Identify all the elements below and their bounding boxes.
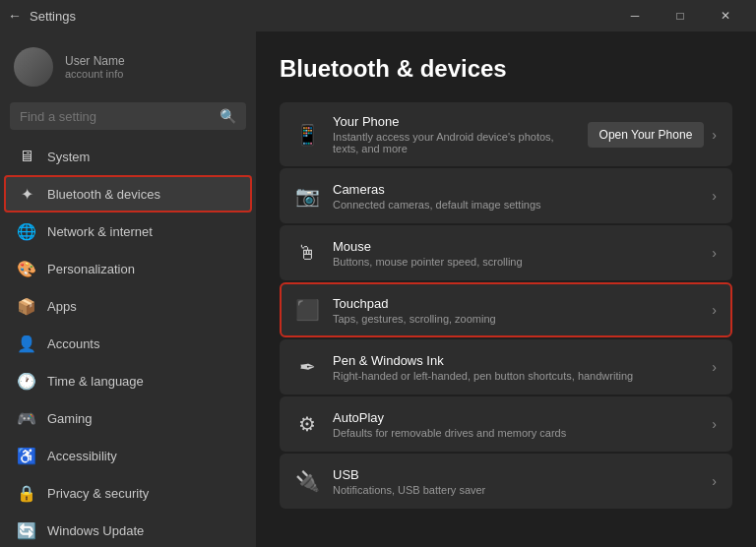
your-phone-text: Your Phone Instantly access your Android… [333, 114, 574, 154]
avatar [14, 47, 53, 87]
system-icon: 🖥 [18, 148, 35, 165]
mouse-title: Mouse [333, 239, 698, 254]
sidebar-item-apps[interactable]: 📦 Apps [4, 287, 252, 325]
settings-item-pen-ink[interactable]: ✒ Pen & Windows Ink Right-handed or left… [280, 339, 732, 395]
touchpad-subtitle: Taps, gestures, scrolling, zooming [333, 313, 698, 325]
mouse-text: Mouse Buttons, mouse pointer speed, scro… [333, 239, 698, 268]
network-icon: 🌐 [18, 222, 35, 240]
mouse-subtitle: Buttons, mouse pointer speed, scrolling [333, 256, 698, 268]
your-phone-title: Your Phone [333, 114, 574, 129]
sidebar-label-apps: Apps [47, 299, 77, 314]
autoplay-title: AutoPlay [333, 410, 698, 425]
autoplay-icon: ⚙ [295, 412, 319, 436]
autoplay-text: AutoPlay Defaults for removable drives a… [333, 410, 698, 439]
pen-ink-title: Pen & Windows Ink [333, 353, 698, 368]
sidebar: User Name account info 🔍 🖥 System ✦ Blue… [0, 31, 256, 547]
cameras-title: Cameras [333, 182, 698, 197]
settings-item-cameras[interactable]: 📷 Cameras Connected cameras, default ima… [280, 168, 732, 223]
search-box[interactable]: 🔍 [10, 102, 246, 130]
usb-right: › [712, 473, 717, 489]
window-controls: ─ □ ✕ [612, 0, 748, 31]
main-layout: User Name account info 🔍 🖥 System ✦ Blue… [0, 31, 756, 547]
sidebar-item-windows-update[interactable]: 🔄 Windows Update [4, 512, 252, 547]
page-title: Bluetooth & devices [280, 55, 756, 83]
usb-icon: 🔌 [295, 469, 319, 493]
sidebar-item-gaming[interactable]: 🎮 Gaming [4, 399, 252, 437]
personalization-icon: 🎨 [18, 260, 35, 277]
touchpad-title: Touchpad [333, 296, 698, 311]
pen-ink-icon: ✒ [295, 355, 319, 379]
sidebar-label-accounts: Accounts [47, 336, 99, 351]
chevron-icon: › [712, 245, 717, 261]
mouse-right: › [712, 245, 717, 261]
touchpad-right: › [712, 302, 717, 318]
chevron-icon: › [712, 127, 717, 143]
autoplay-subtitle: Defaults for removable drives and memory… [333, 427, 698, 439]
app-title: Settings [30, 9, 76, 24]
sidebar-label-personalization: Personalization [47, 262, 135, 276]
sidebar-item-system[interactable]: 🖥 System [4, 138, 252, 175]
accounts-icon: 👤 [18, 334, 35, 352]
settings-item-usb[interactable]: 🔌 USB Notifications, USB battery saver › [280, 454, 732, 509]
sidebar-nav: 🖥 System ✦ Bluetooth & devices 🌐 Network… [0, 138, 256, 547]
content-area: Bluetooth & devices 📱 Your Phone Instant… [256, 31, 756, 547]
sidebar-profile[interactable]: User Name account info [0, 31, 256, 98]
usb-text: USB Notifications, USB battery saver [333, 467, 698, 496]
touchpad-icon: ⬛ [295, 298, 319, 322]
your-phone-right: Open Your Phone › [588, 122, 717, 148]
search-icon: 🔍 [220, 108, 236, 124]
usb-subtitle: Notifications, USB battery saver [333, 484, 698, 496]
sidebar-item-bluetooth[interactable]: ✦ Bluetooth & devices [4, 175, 252, 213]
settings-list: 📱 Your Phone Instantly access your Andro… [280, 102, 756, 509]
sidebar-item-privacy[interactable]: 🔒 Privacy & security [4, 474, 252, 512]
sidebar-item-personalization[interactable]: 🎨 Personalization [4, 250, 252, 287]
chevron-icon: › [712, 473, 717, 489]
gaming-icon: 🎮 [18, 409, 35, 427]
chevron-icon: › [712, 302, 717, 318]
title-bar: ← Settings ─ □ ✕ [0, 0, 756, 31]
profile-name: User Name [65, 54, 125, 68]
cameras-text: Cameras Connected cameras, default image… [333, 182, 698, 211]
bluetooth-icon: ✦ [18, 185, 35, 203]
chevron-icon: › [712, 416, 717, 432]
titlebar-left: ← Settings [8, 8, 76, 24]
sidebar-label-gaming: Gaming [47, 411, 93, 426]
profile-sub: account info [65, 68, 125, 80]
touchpad-text: Touchpad Taps, gestures, scrolling, zoom… [333, 296, 698, 325]
settings-item-touchpad[interactable]: ⬛ Touchpad Taps, gestures, scrolling, zo… [280, 282, 732, 337]
privacy-icon: 🔒 [18, 484, 35, 502]
sidebar-label-bluetooth: Bluetooth & devices [47, 187, 160, 202]
back-icon[interactable]: ← [8, 8, 22, 24]
your-phone-icon: 📱 [295, 123, 319, 147]
settings-item-mouse[interactable]: 🖱 Mouse Buttons, mouse pointer speed, sc… [280, 225, 732, 280]
pen-ink-right: › [712, 359, 717, 375]
pen-ink-subtitle: Right-handed or left-handed, pen button … [333, 370, 698, 382]
cameras-right: › [712, 188, 717, 204]
chevron-icon: › [712, 188, 717, 204]
settings-item-your-phone[interactable]: 📱 Your Phone Instantly access your Andro… [280, 102, 732, 166]
your-phone-subtitle: Instantly access your Android device's p… [333, 131, 574, 154]
close-button[interactable]: ✕ [703, 0, 748, 31]
maximize-button[interactable]: □ [658, 0, 703, 31]
sidebar-item-accounts[interactable]: 👤 Accounts [4, 325, 252, 362]
search-input[interactable] [20, 109, 212, 124]
sidebar-item-time[interactable]: 🕐 Time & language [4, 362, 252, 399]
pen-ink-text: Pen & Windows Ink Right-handed or left-h… [333, 353, 698, 382]
open-phone-button[interactable]: Open Your Phone [588, 122, 705, 148]
sidebar-item-network[interactable]: 🌐 Network & internet [4, 213, 252, 250]
chevron-icon: › [712, 359, 717, 375]
windows-update-icon: 🔄 [18, 521, 35, 539]
cameras-subtitle: Connected cameras, default image setting… [333, 199, 698, 211]
sidebar-label-accessibility: Accessibility [47, 449, 117, 463]
sidebar-label-windows-update: Windows Update [47, 523, 144, 538]
sidebar-label-system: System [47, 150, 90, 164]
usb-title: USB [333, 467, 698, 482]
cameras-icon: 📷 [295, 184, 319, 208]
accessibility-icon: ♿ [18, 447, 35, 464]
settings-item-autoplay[interactable]: ⚙ AutoPlay Defaults for removable drives… [280, 396, 732, 452]
profile-info: User Name account info [65, 54, 125, 80]
minimize-button[interactable]: ─ [612, 0, 658, 31]
sidebar-item-accessibility[interactable]: ♿ Accessibility [4, 437, 252, 474]
mouse-icon: 🖱 [295, 241, 319, 265]
autoplay-right: › [712, 416, 717, 432]
